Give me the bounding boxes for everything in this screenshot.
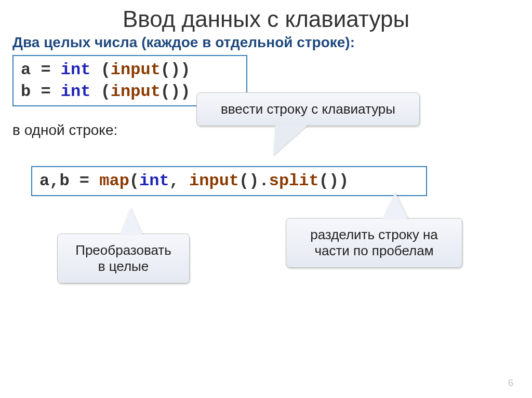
callout-convert: Преобразовать в целые — [57, 234, 190, 283]
page-number: 6 — [508, 378, 513, 389]
slide-title: Ввод данных с клавиатуры — [12, 6, 520, 32]
slide-subtitle: Два целых числа (каждое в отдельной стро… — [12, 34, 520, 51]
callout-input: ввести строку с клавиатуры — [196, 92, 420, 126]
code-block-single-line: a,b = map(int, input().split()) — [31, 166, 427, 196]
callout-tail-icon — [115, 208, 142, 235]
code-line-1: a = int (input()) — [21, 59, 239, 81]
callout-tail-icon — [382, 193, 414, 219]
callout-split: разделить строку на части по пробелам — [286, 218, 462, 268]
